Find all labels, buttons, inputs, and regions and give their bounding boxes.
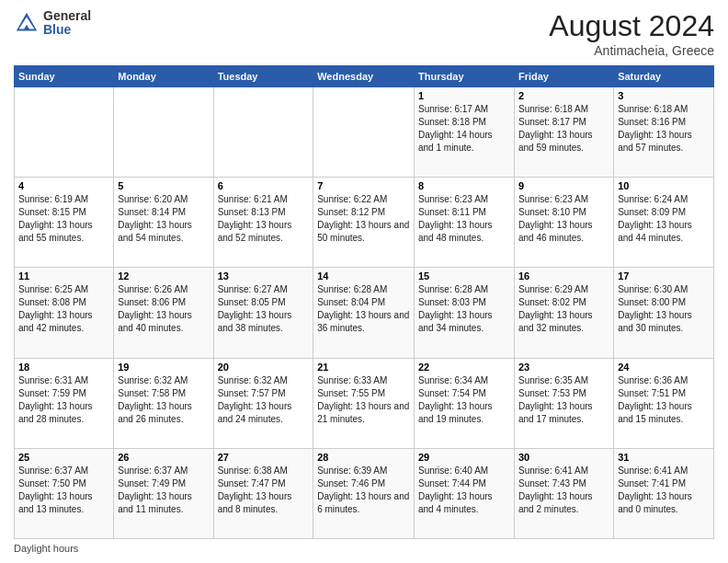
calendar-cell: 31Sunrise: 6:41 AM Sunset: 7:41 PM Dayli…	[614, 448, 714, 538]
calendar-day-header: Monday	[114, 66, 213, 87]
day-number: 22	[418, 362, 510, 373]
calendar-day-header: Sunday	[15, 66, 114, 87]
day-info: Sunrise: 6:27 AM Sunset: 8:05 PM Dayligh…	[218, 283, 310, 335]
day-info: Sunrise: 6:23 AM Sunset: 8:10 PM Dayligh…	[518, 193, 609, 245]
calendar-cell: 5Sunrise: 6:20 AM Sunset: 8:14 PM Daylig…	[114, 178, 213, 268]
calendar-day-header: Saturday	[614, 66, 714, 87]
day-info: Sunrise: 6:26 AM Sunset: 8:06 PM Dayligh…	[118, 283, 209, 335]
calendar-cell: 26Sunrise: 6:37 AM Sunset: 7:49 PM Dayli…	[114, 448, 213, 538]
day-info: Sunrise: 6:23 AM Sunset: 8:11 PM Dayligh…	[418, 193, 510, 245]
month-year: August 2024	[549, 9, 714, 43]
day-info: Sunrise: 6:17 AM Sunset: 8:18 PM Dayligh…	[418, 103, 510, 155]
calendar-cell	[15, 87, 114, 178]
day-info: Sunrise: 6:37 AM Sunset: 7:49 PM Dayligh…	[118, 465, 209, 516]
calendar-cell: 17Sunrise: 6:30 AM Sunset: 8:00 PM Dayli…	[614, 268, 714, 358]
day-info: Sunrise: 6:41 AM Sunset: 7:41 PM Dayligh…	[618, 465, 710, 516]
calendar-cell: 16Sunrise: 6:29 AM Sunset: 8:02 PM Dayli…	[514, 268, 613, 358]
day-number: 24	[618, 362, 710, 373]
day-info: Sunrise: 6:34 AM Sunset: 7:54 PM Dayligh…	[418, 374, 510, 426]
calendar-day-header: Friday	[514, 66, 613, 87]
location: Antimacheia, Greece	[549, 43, 714, 58]
day-number: 14	[317, 270, 410, 282]
calendar-cell: 3Sunrise: 6:18 AM Sunset: 8:16 PM Daylig…	[614, 87, 714, 178]
day-info: Sunrise: 6:28 AM Sunset: 8:04 PM Dayligh…	[317, 283, 410, 335]
day-number: 18	[18, 362, 109, 373]
calendar-day-header: Tuesday	[213, 66, 313, 87]
day-number: 8	[418, 180, 510, 191]
day-number: 29	[418, 452, 510, 463]
day-number: 30	[518, 452, 609, 463]
day-number: 12	[118, 270, 209, 282]
calendar-cell	[213, 87, 313, 178]
calendar-cell: 20Sunrise: 6:32 AM Sunset: 7:57 PM Dayli…	[213, 358, 313, 448]
calendar-week-row: 4Sunrise: 6:19 AM Sunset: 8:15 PM Daylig…	[15, 178, 714, 268]
day-info: Sunrise: 6:29 AM Sunset: 8:02 PM Dayligh…	[518, 283, 609, 335]
calendar-cell: 7Sunrise: 6:22 AM Sunset: 8:12 PM Daylig…	[313, 178, 415, 268]
day-number: 15	[418, 270, 510, 282]
day-number: 31	[618, 452, 710, 463]
calendar-cell: 9Sunrise: 6:23 AM Sunset: 8:10 PM Daylig…	[514, 178, 613, 268]
day-info: Sunrise: 6:18 AM Sunset: 8:17 PM Dayligh…	[518, 103, 609, 155]
logo-text: General Blue	[43, 9, 91, 38]
calendar-day-header: Wednesday	[313, 66, 415, 87]
calendar-cell: 14Sunrise: 6:28 AM Sunset: 8:04 PM Dayli…	[313, 268, 415, 358]
calendar-cell: 23Sunrise: 6:35 AM Sunset: 7:53 PM Dayli…	[514, 358, 613, 448]
calendar-header-row: SundayMondayTuesdayWednesdayThursdayFrid…	[15, 66, 714, 87]
day-info: Sunrise: 6:28 AM Sunset: 8:03 PM Dayligh…	[418, 283, 510, 335]
logo-general-text: General	[43, 9, 91, 23]
day-number: 11	[18, 270, 109, 282]
calendar-week-row: 1Sunrise: 6:17 AM Sunset: 8:18 PM Daylig…	[15, 87, 714, 178]
calendar-cell: 10Sunrise: 6:24 AM Sunset: 8:09 PM Dayli…	[614, 178, 714, 268]
calendar-cell: 25Sunrise: 6:37 AM Sunset: 7:50 PM Dayli…	[15, 448, 114, 538]
footer-text: Daylight hours	[14, 543, 78, 554]
calendar-cell: 4Sunrise: 6:19 AM Sunset: 8:15 PM Daylig…	[15, 178, 114, 268]
day-info: Sunrise: 6:35 AM Sunset: 7:53 PM Dayligh…	[518, 374, 609, 426]
footer: Daylight hours	[14, 543, 714, 554]
day-number: 5	[118, 180, 209, 191]
calendar-week-row: 25Sunrise: 6:37 AM Sunset: 7:50 PM Dayli…	[15, 448, 714, 538]
day-number: 13	[218, 270, 310, 282]
day-number: 28	[317, 452, 410, 463]
calendar-cell: 29Sunrise: 6:40 AM Sunset: 7:44 PM Dayli…	[415, 448, 515, 538]
day-number: 4	[18, 180, 109, 191]
calendar-table: SundayMondayTuesdayWednesdayThursdayFrid…	[14, 65, 714, 539]
calendar-cell: 11Sunrise: 6:25 AM Sunset: 8:08 PM Dayli…	[15, 268, 114, 358]
calendar-cell: 1Sunrise: 6:17 AM Sunset: 8:18 PM Daylig…	[415, 87, 515, 178]
calendar-cell: 24Sunrise: 6:36 AM Sunset: 7:51 PM Dayli…	[614, 358, 714, 448]
calendar-week-row: 11Sunrise: 6:25 AM Sunset: 8:08 PM Dayli…	[15, 268, 714, 358]
day-info: Sunrise: 6:32 AM Sunset: 7:57 PM Dayligh…	[218, 374, 310, 426]
day-info: Sunrise: 6:31 AM Sunset: 7:59 PM Dayligh…	[18, 374, 109, 426]
calendar-cell: 13Sunrise: 6:27 AM Sunset: 8:05 PM Dayli…	[213, 268, 313, 358]
day-info: Sunrise: 6:19 AM Sunset: 8:15 PM Dayligh…	[18, 193, 109, 245]
calendar-cell	[313, 87, 415, 178]
day-info: Sunrise: 6:38 AM Sunset: 7:47 PM Dayligh…	[218, 465, 310, 516]
day-number: 1	[418, 90, 510, 101]
day-number: 27	[218, 452, 310, 463]
calendar-cell: 30Sunrise: 6:41 AM Sunset: 7:43 PM Dayli…	[514, 448, 613, 538]
day-info: Sunrise: 6:36 AM Sunset: 7:51 PM Dayligh…	[618, 374, 710, 426]
calendar-cell: 27Sunrise: 6:38 AM Sunset: 7:47 PM Dayli…	[213, 448, 313, 538]
day-number: 25	[18, 452, 109, 463]
logo-blue-text: Blue	[43, 23, 91, 37]
calendar-cell: 12Sunrise: 6:26 AM Sunset: 8:06 PM Dayli…	[114, 268, 213, 358]
calendar-cell: 15Sunrise: 6:28 AM Sunset: 8:03 PM Dayli…	[415, 268, 515, 358]
calendar-cell: 6Sunrise: 6:21 AM Sunset: 8:13 PM Daylig…	[213, 178, 313, 268]
day-info: Sunrise: 6:25 AM Sunset: 8:08 PM Dayligh…	[18, 283, 109, 335]
calendar-day-header: Thursday	[415, 66, 515, 87]
calendar-cell: 8Sunrise: 6:23 AM Sunset: 8:11 PM Daylig…	[415, 178, 515, 268]
calendar-cell: 2Sunrise: 6:18 AM Sunset: 8:17 PM Daylig…	[514, 87, 613, 178]
day-number: 3	[618, 90, 710, 101]
day-info: Sunrise: 6:32 AM Sunset: 7:58 PM Dayligh…	[118, 374, 209, 426]
day-info: Sunrise: 6:18 AM Sunset: 8:16 PM Dayligh…	[618, 103, 710, 155]
day-info: Sunrise: 6:22 AM Sunset: 8:12 PM Dayligh…	[317, 193, 410, 245]
day-number: 19	[118, 362, 209, 373]
title-block: August 2024 Antimacheia, Greece	[549, 9, 714, 58]
calendar-cell: 21Sunrise: 6:33 AM Sunset: 7:55 PM Dayli…	[313, 358, 415, 448]
day-info: Sunrise: 6:37 AM Sunset: 7:50 PM Dayligh…	[18, 465, 109, 516]
calendar-week-row: 18Sunrise: 6:31 AM Sunset: 7:59 PM Dayli…	[15, 358, 714, 448]
day-number: 2	[518, 90, 609, 101]
day-info: Sunrise: 6:33 AM Sunset: 7:55 PM Dayligh…	[317, 374, 410, 426]
day-number: 10	[618, 180, 710, 191]
day-number: 23	[518, 362, 609, 373]
day-info: Sunrise: 6:39 AM Sunset: 7:46 PM Dayligh…	[317, 465, 410, 516]
